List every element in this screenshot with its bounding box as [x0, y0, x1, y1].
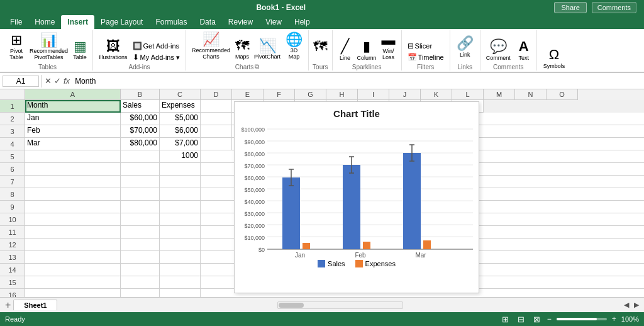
illustrations-button[interactable]: 🖼 Illustrations	[97, 37, 130, 62]
my-addins-button[interactable]: ⬇ My Add-ins ▾	[131, 52, 182, 62]
comments-button[interactable]: Comments	[592, 2, 636, 13]
cell-B1[interactable]: Sales	[121, 100, 160, 113]
line-button[interactable]: ╱ Line	[336, 37, 354, 62]
cell-A15[interactable]	[25, 276, 121, 289]
row-hdr-4[interactable]: 4	[0, 138, 25, 150]
cell-B15[interactable]	[121, 276, 160, 289]
menu-item-formulas[interactable]: Formulas	[149, 15, 193, 29]
cell-C13[interactable]	[160, 251, 201, 264]
menu-item-data[interactable]: Data	[193, 15, 221, 29]
cell-C9[interactable]	[160, 201, 201, 213]
row-hdr-15[interactable]: 15	[0, 276, 25, 289]
row-hdr-11[interactable]: 11	[0, 226, 25, 239]
cell-A6[interactable]	[25, 163, 121, 176]
cell-C6[interactable]	[160, 163, 201, 176]
cell-A10[interactable]	[25, 213, 121, 226]
cell-A2[interactable]: Jan	[25, 113, 121, 125]
confirm-icon[interactable]: ✓	[54, 76, 61, 86]
cell-C14[interactable]	[160, 264, 201, 276]
cell-C8[interactable]	[160, 188, 201, 201]
text-button[interactable]: A Text	[515, 37, 533, 62]
cell-A11[interactable]	[25, 226, 121, 239]
row-hdr-5[interactable]: 5	[0, 150, 25, 163]
cell-C1[interactable]: Expenses	[160, 100, 201, 113]
cell-A14[interactable]	[25, 264, 121, 276]
cell-D4[interactable]	[201, 138, 232, 150]
cell-A8[interactable]	[25, 188, 121, 201]
cancel-icon[interactable]: ✕	[45, 76, 52, 86]
col-header-J[interactable]: J	[389, 89, 421, 100]
3d-map-button[interactable]: 🌐 3DMap	[284, 30, 304, 62]
col-header-B[interactable]: B	[121, 89, 160, 100]
cell-A9[interactable]	[25, 201, 121, 213]
cell-C10[interactable]	[160, 213, 201, 226]
cell-B6[interactable]	[121, 163, 160, 176]
col-header-E[interactable]: E	[232, 89, 264, 100]
cell-C7[interactable]	[160, 176, 201, 188]
cell-D3[interactable]	[201, 125, 232, 138]
row-hdr-7[interactable]: 7	[0, 176, 25, 188]
share-button[interactable]: Share	[554, 2, 586, 13]
cell-C15[interactable]	[160, 276, 201, 289]
cell-A3[interactable]: Feb	[25, 125, 121, 138]
cell-A4[interactable]: Mar	[25, 138, 121, 150]
col-header-L[interactable]: L	[452, 89, 484, 100]
cell-B8[interactable]	[121, 188, 160, 201]
cell-B7[interactable]	[121, 176, 160, 188]
menu-item-help[interactable]: Help	[288, 15, 316, 29]
row-hdr-3[interactable]: 3	[0, 125, 25, 138]
col-header-G[interactable]: G	[295, 89, 326, 100]
row-hdr-1[interactable]: 1	[0, 100, 25, 113]
menu-item-file[interactable]: File	[4, 15, 28, 29]
col-header-F[interactable]: F	[264, 89, 295, 100]
cell-A12[interactable]	[25, 239, 121, 251]
cell-B13[interactable]	[121, 251, 160, 264]
row-hdr-2[interactable]: 2	[0, 113, 25, 125]
cell-B5[interactable]	[121, 150, 160, 163]
cell-C12[interactable]	[160, 239, 201, 251]
col-header-D[interactable]: D	[201, 89, 232, 100]
cell-C2[interactable]: $5,000	[160, 113, 201, 125]
col-header-O[interactable]: O	[547, 89, 578, 100]
formula-input[interactable]: Month	[72, 76, 641, 86]
col-header-K[interactable]: K	[421, 89, 452, 100]
col-header-C[interactable]: C	[160, 89, 201, 100]
cell-B10[interactable]	[121, 213, 160, 226]
col-header-I[interactable]: I	[358, 89, 389, 100]
cell-B4[interactable]: $80,000	[121, 138, 160, 150]
menu-item-review[interactable]: Review	[222, 15, 259, 29]
recommended-pivottables-button[interactable]: 📊 RecommendedPivotTables	[28, 31, 70, 62]
row-hdr-6[interactable]: 6	[0, 163, 25, 176]
pivot-table-button[interactable]: ⊞ PivotTable	[6, 31, 26, 62]
row-hdr-14[interactable]: 14	[0, 264, 25, 276]
get-addins-button[interactable]: 🔲 Get Add-ins	[131, 41, 182, 51]
cell-C11[interactable]	[160, 226, 201, 239]
table-button[interactable]: ▦ Table	[71, 37, 89, 62]
link-button[interactable]: 🔗 Link	[454, 34, 476, 59]
col-header-N[interactable]: N	[515, 89, 547, 100]
cell-B2[interactable]: $60,000	[121, 113, 160, 125]
recommended-charts-button[interactable]: 📈 RecommendedCharts	[190, 30, 232, 62]
cell-reference-box[interactable]: A1	[3, 76, 39, 87]
cell-B11[interactable]	[121, 226, 160, 239]
col-header-H[interactable]: H	[326, 89, 358, 100]
column-button[interactable]: ▮ Column	[355, 37, 379, 62]
function-icon[interactable]: fx	[64, 76, 70, 86]
cell-B12[interactable]	[121, 239, 160, 251]
cell-A5[interactable]	[25, 150, 121, 163]
col-header-A[interactable]: A	[25, 89, 121, 100]
row-hdr-10[interactable]: 10	[0, 213, 25, 226]
cell-C4[interactable]: $7,000	[160, 138, 201, 150]
menu-item-view[interactable]: View	[259, 15, 288, 29]
cell-D1[interactable]	[201, 100, 232, 113]
slicer-button[interactable]: ⊟ Slicer	[406, 41, 446, 51]
row-hdr-8[interactable]: 8	[0, 188, 25, 201]
symbols-button[interactable]: Ω Symbols	[541, 45, 568, 70]
chart-container[interactable]: Chart Title $100,000 $90,000 $80,000 $70…	[234, 101, 479, 293]
pivot-chart-button[interactable]: 📉 PivotChart	[252, 37, 282, 62]
row-hdr-12[interactable]: 12	[0, 239, 25, 251]
cell-A7[interactable]	[25, 176, 121, 188]
cell-B14[interactable]	[121, 264, 160, 276]
cell-B3[interactable]: $70,000	[121, 125, 160, 138]
timeline-button[interactable]: 📅 Timeline	[406, 52, 446, 62]
